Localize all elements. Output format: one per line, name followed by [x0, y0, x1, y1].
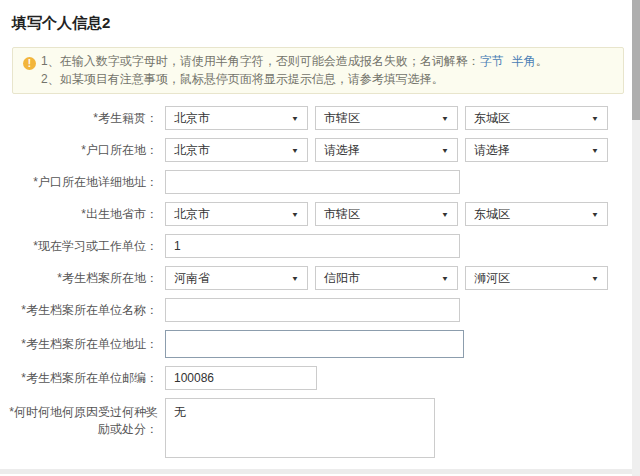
form-row-archive-unit-address: *考生档案所在单位地址：	[0, 330, 640, 358]
form-row-work-unit: *现在学习或工作单位：	[0, 234, 640, 258]
chevron-down-icon: ▼	[591, 114, 599, 122]
native-place-city-select[interactable]: 市辖区 ▼	[315, 106, 458, 130]
archive-unit-address-input[interactable]	[165, 330, 464, 358]
chevron-down-icon: ▼	[441, 210, 449, 218]
archive-city-select[interactable]: 信阳市 ▼	[315, 266, 458, 290]
form-row-archive-unit-postcode: *考生档案所在单位邮编：	[0, 366, 640, 390]
select-value: 浉河区	[474, 270, 510, 287]
chevron-down-icon: ▼	[441, 114, 449, 122]
personal-info-form: *考生籍贯： 北京市 ▼ 市辖区 ▼ 东城区 ▼ *户口所在地： 北京市 ▼ 请…	[0, 106, 640, 458]
page-title: 填写个人信息2	[12, 14, 640, 33]
form-row-archive-unit-name: *考生档案所在单位名称：	[0, 298, 640, 322]
scrollbar-thumb[interactable]	[632, 0, 640, 120]
field-label: *出生地省市：	[0, 206, 165, 223]
form-row-native-place: *考生籍贯： 北京市 ▼ 市辖区 ▼ 东城区 ▼	[0, 106, 640, 130]
chevron-down-icon: ▼	[291, 114, 299, 122]
chevron-down-icon: ▼	[291, 210, 299, 218]
select-value: 请选择	[324, 142, 360, 159]
bottom-scrollbar-track	[0, 469, 632, 474]
rewards-punishments-textarea[interactable]: 无	[165, 398, 435, 458]
field-label: *现在学习或工作单位：	[0, 238, 165, 255]
form-row-birthplace: *出生地省市： 北京市 ▼ 市辖区 ▼ 东城区 ▼	[0, 202, 640, 226]
household-province-select[interactable]: 北京市 ▼	[165, 138, 308, 162]
chevron-down-icon: ▼	[441, 274, 449, 282]
notice-line-1: !1、在输入数字或字母时，请使用半角字符，否则可能会造成报名失败；名词解释：字节…	[23, 52, 613, 70]
field-label: *考生档案所在单位地址：	[0, 336, 165, 353]
household-district-select[interactable]: 请选择 ▼	[465, 138, 608, 162]
native-place-district-select[interactable]: 东城区 ▼	[465, 106, 608, 130]
notice-text-1: 1、在输入数字或字母时，请使用半角字符，否则可能会造成报名失败；名词解释：	[41, 54, 480, 68]
term-link-byte[interactable]: 字节	[480, 54, 504, 68]
field-label: *何时何地何原因受过何种奖励或处分：	[0, 398, 165, 438]
select-value: 北京市	[174, 142, 210, 159]
chevron-down-icon: ▼	[291, 146, 299, 154]
chevron-down-icon: ▼	[591, 146, 599, 154]
notice-box: !1、在输入数字或字母时，请使用半角字符，否则可能会造成报名失败；名词解释：字节…	[12, 47, 624, 94]
field-label: *考生档案所在地：	[0, 270, 165, 287]
select-value: 北京市	[174, 110, 210, 127]
select-value: 市辖区	[324, 206, 360, 223]
birthplace-city-select[interactable]: 市辖区 ▼	[315, 202, 458, 226]
select-value: 北京市	[174, 206, 210, 223]
field-label: *户口所在地详细地址：	[0, 174, 165, 191]
form-row-archive-location: *考生档案所在地： 河南省 ▼ 信阳市 ▼ 浉河区 ▼	[0, 266, 640, 290]
field-label: *考生档案所在单位邮编：	[0, 370, 165, 387]
native-place-province-select[interactable]: 北京市 ▼	[165, 106, 308, 130]
notice-line-2: 2、如某项目有注意事项，鼠标悬停页面将显示提示信息，请参考填写选择。	[23, 70, 613, 88]
birthplace-district-select[interactable]: 东城区 ▼	[465, 202, 608, 226]
form-row-rewards-punishments: *何时何地何原因受过何种奖励或处分： 无	[0, 398, 640, 458]
household-city-select[interactable]: 请选择 ▼	[315, 138, 458, 162]
select-value: 信阳市	[324, 270, 360, 287]
form-row-household-registration: *户口所在地： 北京市 ▼ 请选择 ▼ 请选择 ▼	[0, 138, 640, 162]
chevron-down-icon: ▼	[441, 146, 449, 154]
select-value: 市辖区	[324, 110, 360, 127]
archive-unit-postcode-input[interactable]	[165, 366, 317, 390]
select-value: 东城区	[474, 110, 510, 127]
select-value: 请选择	[474, 142, 510, 159]
archive-unit-name-input[interactable]	[165, 298, 460, 322]
birthplace-province-select[interactable]: 北京市 ▼	[165, 202, 308, 226]
household-detail-address-input[interactable]	[165, 170, 460, 194]
vertical-scrollbar[interactable]	[632, 0, 640, 476]
chevron-down-icon: ▼	[591, 274, 599, 282]
field-label: *考生档案所在单位名称：	[0, 302, 165, 319]
archive-district-select[interactable]: 浉河区 ▼	[465, 266, 608, 290]
form-row-household-address: *户口所在地详细地址：	[0, 170, 640, 194]
work-unit-input[interactable]	[165, 234, 460, 258]
archive-province-select[interactable]: 河南省 ▼	[165, 266, 308, 290]
term-link-halfwidth[interactable]: 半角	[512, 54, 536, 68]
warning-icon: !	[23, 57, 36, 70]
field-label: *户口所在地：	[0, 142, 165, 159]
chevron-down-icon: ▼	[591, 210, 599, 218]
select-value: 东城区	[474, 206, 510, 223]
chevron-down-icon: ▼	[291, 274, 299, 282]
field-label: *考生籍贯：	[0, 110, 165, 127]
notice-text-1-end: 。	[536, 54, 548, 68]
select-value: 河南省	[174, 270, 210, 287]
personal-info-form-page: 填写个人信息2 !1、在输入数字或字母时，请使用半角字符，否则可能会造成报名失败…	[0, 14, 640, 458]
